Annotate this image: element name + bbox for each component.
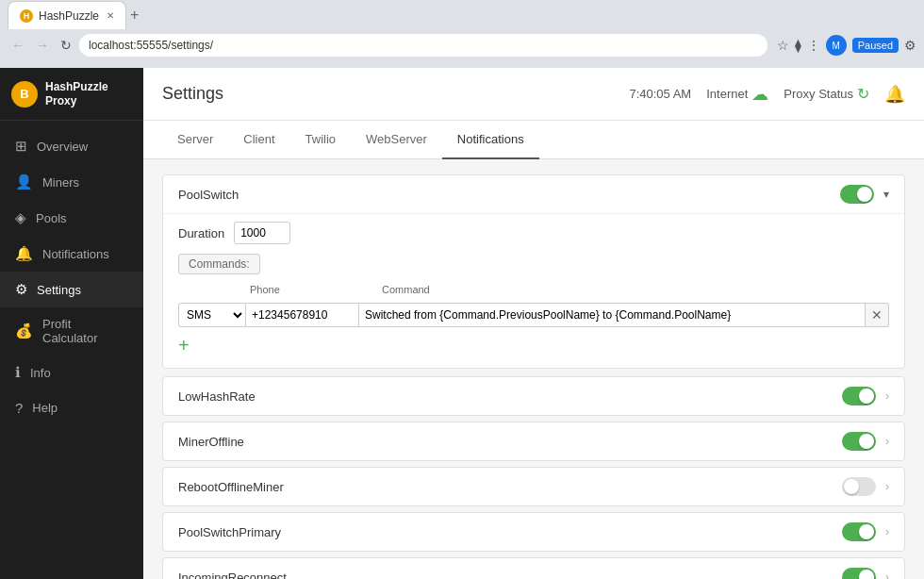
reboot-offline-miner-toggle[interactable]: [842, 477, 876, 496]
sidebar: B HashPuzzle Proxy ⊞ Overview 👤 Miners ◈…: [0, 68, 143, 579]
browser-tab[interactable]: H HashPuzzle ✕: [8, 1, 126, 29]
sms-row: SMS ✕: [178, 303, 889, 327]
incoming-reconnect-chevron: ›: [885, 571, 889, 579]
miner-offline-toggle[interactable]: [842, 432, 876, 451]
tab-notifications[interactable]: Notifications: [442, 121, 539, 159]
settings-icon: ⚙: [15, 281, 27, 298]
add-sms-button[interactable]: +: [178, 335, 889, 356]
sms-type-select[interactable]: SMS: [178, 303, 246, 327]
cloud-icon: ☁: [751, 84, 768, 105]
duration-input[interactable]: [234, 222, 290, 244]
proxy-status: Proxy Status ↻: [784, 85, 869, 103]
main-header: Settings 7:40:05 AM Internet ☁ Proxy Sta…: [143, 68, 924, 121]
new-tab-button[interactable]: +: [130, 7, 139, 24]
duration-label: Duration: [178, 226, 224, 240]
paused-badge: Paused: [852, 38, 899, 53]
pool-switch-primary-chevron: ›: [885, 525, 889, 538]
reboot-offline-miner-chevron: ›: [885, 480, 889, 493]
menu-icon[interactable]: ⋮: [807, 38, 820, 53]
sidebar-nav: ⊞ Overview 👤 Miners ◈ Pools 🔔 Notificati…: [0, 121, 143, 579]
poolswitch-expanded: Duration Commands: Phone Command SMS: [163, 213, 904, 368]
poolswitch-header[interactable]: PoolSwitch ▾: [163, 175, 904, 213]
sidebar-item-info[interactable]: ℹ Info: [0, 355, 143, 390]
notif-item-miner-offline[interactable]: MinerOffline ›: [162, 422, 905, 461]
miner-offline-chevron: ›: [885, 435, 889, 448]
refresh-icon[interactable]: ↻: [857, 85, 869, 103]
back-button[interactable]: ←: [8, 36, 28, 55]
logo-text: HashPuzzle Proxy: [45, 80, 132, 108]
info-icon: ℹ: [15, 364, 21, 381]
sidebar-item-help[interactable]: ? Help: [0, 390, 143, 425]
sidebar-item-label: Notifications: [42, 247, 109, 261]
pool-switch-primary-toggle[interactable]: [842, 522, 876, 541]
reload-button[interactable]: ↻: [57, 36, 75, 55]
notif-item-pool-switch-primary[interactable]: PoolSwitchPrimary ›: [162, 512, 905, 552]
proxy-status-label: Proxy Status: [784, 87, 853, 101]
main-content: Settings 7:40:05 AM Internet ☁ Proxy Sta…: [143, 68, 924, 579]
sidebar-item-label: Settings: [37, 283, 81, 297]
low-hash-rate-chevron: ›: [885, 389, 889, 403]
forward-button[interactable]: →: [32, 36, 53, 55]
internet-status: Internet ☁: [706, 84, 768, 105]
sidebar-item-label: Miners: [42, 175, 79, 190]
miners-icon: 👤: [15, 174, 33, 190]
sidebar-item-label: Help: [32, 401, 58, 415]
commands-button[interactable]: Commands:: [178, 254, 260, 274]
time-display: 7:40:05 AM: [629, 87, 691, 101]
sidebar-item-overview[interactable]: ⊞ Overview: [0, 128, 143, 164]
internet-label: Internet: [706, 87, 748, 101]
sidebar-item-settings[interactable]: ⚙ Settings: [0, 272, 143, 307]
sidebar-item-notifications[interactable]: 🔔 Notifications: [0, 236, 143, 272]
pools-icon: ◈: [15, 209, 26, 226]
tab-favicon: H: [20, 9, 33, 23]
phone-input[interactable]: [246, 303, 359, 327]
logo-icon: B: [11, 81, 38, 108]
extensions-icon[interactable]: ⧫: [795, 38, 801, 53]
command-col-header: Command: [382, 284, 430, 295]
star-icon[interactable]: ☆: [777, 38, 789, 53]
delete-sms-button[interactable]: ✕: [866, 303, 889, 327]
tab-webserver[interactable]: WebServer: [351, 121, 442, 159]
profit-calc-icon: 💰: [15, 323, 33, 339]
settings-icon[interactable]: ⚙: [904, 38, 916, 53]
sidebar-item-label: Pools: [36, 211, 67, 225]
tab-twilio[interactable]: Twilio: [290, 121, 352, 159]
sidebar-logo: B HashPuzzle Proxy: [0, 68, 143, 121]
sidebar-item-label: Info: [30, 366, 51, 380]
tab-label: HashPuzzle: [39, 9, 99, 23]
header-right: 7:40:05 AM Internet ☁ Proxy Status ↻ 🔔: [629, 84, 905, 105]
help-icon: ?: [15, 400, 23, 416]
profile-badge[interactable]: M: [826, 35, 847, 56]
tab-close-button[interactable]: ✕: [107, 10, 114, 21]
bell-icon[interactable]: 🔔: [884, 84, 905, 105]
notif-item-reboot-offline-miner[interactable]: RebootOfflineMiner ›: [162, 467, 905, 506]
notif-item-incoming-reconnect[interactable]: IncomingReconnect ›: [162, 557, 905, 579]
sidebar-item-miners[interactable]: 👤 Miners: [0, 164, 143, 200]
address-bar[interactable]: [79, 34, 767, 57]
incoming-reconnect-toggle[interactable]: [842, 568, 876, 579]
sidebar-item-pools[interactable]: ◈ Pools: [0, 200, 143, 236]
low-hash-rate-toggle[interactable]: [842, 387, 876, 405]
overview-icon: ⊞: [15, 138, 27, 155]
notifications-icon: 🔔: [15, 245, 33, 262]
notifications-content: PoolSwitch ▾ Duration Commands: Phone Co…: [143, 159, 924, 579]
sidebar-item-label: Profit Calculator: [42, 317, 128, 345]
sidebar-item-label: Overview: [37, 140, 88, 154]
poolswitch-toggle[interactable]: [840, 185, 874, 204]
poolswitch-label: PoolSwitch: [178, 188, 840, 202]
settings-tabs: Server Client Twilio WebServer Notificat…: [143, 121, 924, 159]
poolswitch-section: PoolSwitch ▾ Duration Commands: Phone Co…: [162, 174, 905, 369]
sidebar-item-profit-calculator[interactable]: 💰 Profit Calculator: [0, 307, 143, 355]
phone-col-header: Phone: [250, 284, 382, 295]
command-input[interactable]: [359, 303, 866, 327]
tab-server[interactable]: Server: [162, 121, 228, 159]
tab-client[interactable]: Client: [228, 121, 289, 159]
poolswitch-chevron: ▾: [883, 188, 889, 201]
notif-item-low-hash-rate[interactable]: LowHashRate ›: [162, 376, 905, 416]
page-title: Settings: [162, 84, 223, 104]
